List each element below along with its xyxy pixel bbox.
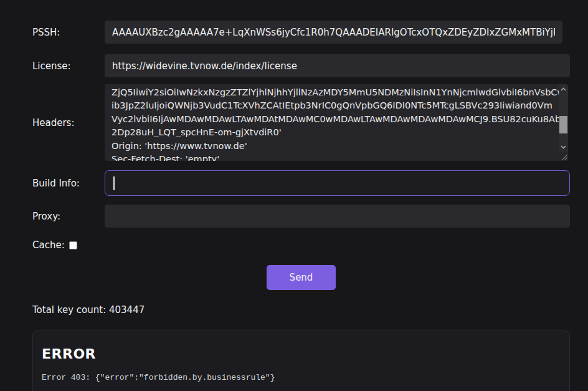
headers-text-line: Origin: 'https://www.tvnow.de' — [111, 140, 548, 153]
license-label: License: — [32, 60, 105, 72]
proxy-input[interactable] — [105, 205, 570, 228]
resize-grip-icon[interactable] — [559, 152, 568, 161]
widevine-tool-page: PSSH: License: Headers: ZjQ5IiwiY2siOiIw… — [0, 0, 588, 391]
license-row: License: — [32, 54, 570, 77]
license-url-input[interactable] — [105, 54, 570, 77]
pssh-row: PSSH: — [32, 21, 570, 44]
text-caret — [113, 176, 115, 190]
send-row: Send — [32, 265, 570, 290]
pssh-input[interactable] — [105, 21, 562, 44]
headers-textarea[interactable]: ZjQ5IiwiY2siOiIwNzkxNzgzZTZlYjhlNjhhYjll… — [105, 84, 568, 161]
headers-text-line: ib3JpZ2luIjoiQWNjb3VudC1TcXVhZCAtIEtpb3N… — [111, 99, 548, 112]
proxy-row: Proxy: — [32, 205, 570, 228]
total-key-count: Total key count: 403447 — [32, 304, 570, 316]
headers-row: Headers: ZjQ5IiwiY2siOiIwNzkxNzgzZTZlYjh… — [32, 84, 570, 161]
headers-label: Headers: — [32, 117, 105, 128]
scrollbar-thumb[interactable] — [559, 116, 567, 133]
headers-text: ZjQ5IiwiY2siOiIwNzkxNzgzZTZlYjhlNjhhYjll… — [105, 84, 568, 161]
cache-checkbox[interactable] — [69, 241, 77, 249]
cache-row: Cache: — [32, 239, 570, 251]
headers-text-line: Sec-Fetch-Dest: 'empty' — [111, 153, 548, 161]
scroll-up-icon[interactable] — [559, 84, 568, 94]
send-button[interactable]: Send — [267, 265, 336, 290]
error-panel-message: Error 403: {"error":"forbidden.by.busine… — [42, 373, 561, 382]
build-info-label: Build Info: — [32, 178, 105, 189]
build-info-row: Build Info: — [32, 170, 570, 196]
pssh-label: PSSH: — [32, 27, 105, 38]
headers-text-line: Vyc2lvbiI6IjAwMDAwMDAwLTAwMDAtMDAwMC0wMD… — [111, 113, 548, 126]
proxy-label: Proxy: — [32, 211, 105, 222]
headers-scrollbar[interactable] — [559, 84, 568, 152]
headers-text-line: 2Dp28uH_LQT_spcHnE-om-gjXtvdiR0' — [111, 126, 548, 139]
build-info-input[interactable] — [105, 170, 570, 196]
cache-label: Cache: — [32, 239, 65, 251]
error-panel: ERROR Error 403: {"error":"forbidden.by.… — [32, 331, 570, 391]
error-panel-title: ERROR — [42, 346, 561, 362]
headers-text-line: ZjQ5IiwiY2siOiIwNzkxNzgzZTZlYjhlNjhhYjll… — [111, 86, 548, 99]
scroll-down-icon[interactable] — [559, 142, 568, 152]
